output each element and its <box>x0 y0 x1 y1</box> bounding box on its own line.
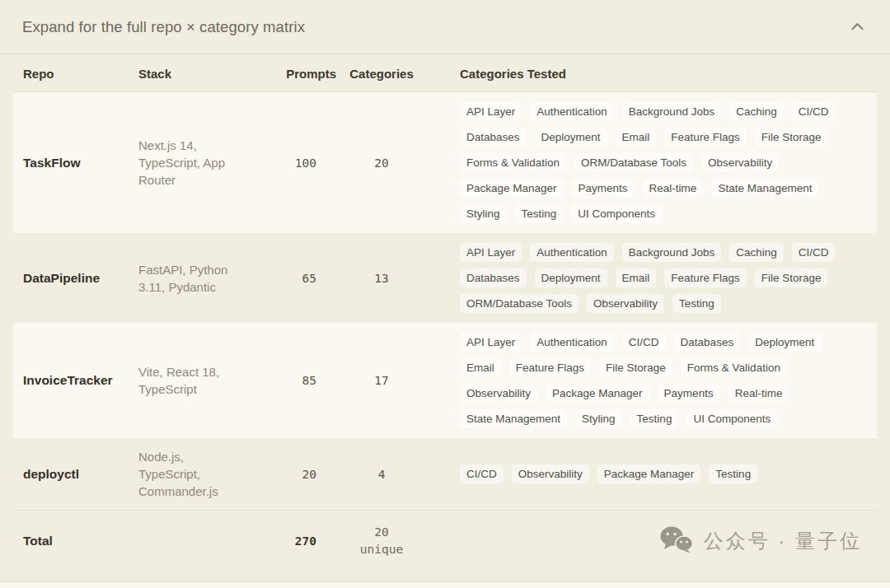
category-chip: Package Manager <box>546 384 649 403</box>
category-chip: Testing <box>630 409 679 428</box>
category-chip: Email <box>616 268 657 287</box>
category-chip: Observability <box>701 153 779 172</box>
total-label: Total <box>13 511 138 572</box>
category-chip: Package Manager <box>460 179 564 198</box>
categories-count: 4 <box>336 438 427 511</box>
category-chip: ORM/Database Tools <box>574 153 693 172</box>
categories-count: 13 <box>336 233 427 323</box>
repo-stack: Node.js, TypeScript, Commander.js <box>138 438 270 511</box>
category-chip: Authentication <box>530 333 614 352</box>
wechat-icon <box>659 525 694 557</box>
category-chip: File Storage <box>599 358 672 377</box>
category-chip: Background Jobs <box>622 102 721 121</box>
total-row: Total 270 20 unique <box>13 511 877 572</box>
category-chip: CI/CD <box>792 243 836 262</box>
repo-matrix-panel: Expand for the full repo × category matr… <box>0 0 890 582</box>
repo-name: DataPipeline <box>13 233 138 323</box>
categories-tested-list: API LayerAuthenticationBackground JobsCa… <box>460 102 855 223</box>
category-chip: File Storage <box>755 128 828 147</box>
category-chip: Styling <box>575 409 622 428</box>
table-header-row: Repo Stack Prompts Categories Categories… <box>13 54 877 92</box>
prompts-count: 20 <box>270 438 336 511</box>
category-chip: State Management <box>711 179 818 198</box>
category-chip: Deployment <box>535 128 607 147</box>
category-chip: Forms & Validation <box>681 358 787 377</box>
category-chip: Caching <box>729 102 784 121</box>
column-header-stack: Stack <box>138 54 270 92</box>
prompts-count: 100 <box>270 92 336 234</box>
categories-tested-list: API LayerAuthenticationBackground JobsCa… <box>460 243 855 313</box>
watermark-text: 公众号 · 量子位 <box>704 528 862 554</box>
column-header-categories: Categories <box>336 54 427 92</box>
category-chip: Databases <box>674 333 741 352</box>
watermark: 公众号 · 量子位 <box>427 525 862 557</box>
categories-count: 17 <box>336 323 427 438</box>
category-chip: Payments <box>572 179 635 198</box>
category-chip: API Layer <box>460 243 522 262</box>
categories-count: 20 <box>336 92 427 234</box>
category-chip: Background Jobs <box>622 243 721 262</box>
category-chip: Real-time <box>728 384 789 403</box>
category-chip: Feature Flags <box>509 358 591 377</box>
category-chip: Deployment <box>748 333 821 352</box>
category-chip: Email <box>460 358 501 377</box>
category-chip: State Management <box>460 409 567 428</box>
category-chip: Authentication <box>530 102 614 121</box>
category-chip: Testing <box>672 294 721 313</box>
category-chip: Package Manager <box>597 464 701 483</box>
repo-stack: Vite, React 18, TypeScript <box>138 323 270 438</box>
category-chip: CI/CD <box>460 464 504 483</box>
category-chip: Deployment <box>535 268 607 287</box>
category-chip: Observability <box>512 464 589 483</box>
column-header-categories-tested: Categories Tested <box>427 54 877 92</box>
total-prompts: 270 <box>270 511 336 572</box>
categories-tested-list: CI/CDObservabilityPackage ManagerTesting <box>460 464 855 483</box>
chevron-up-icon[interactable] <box>846 16 869 38</box>
category-chip: ORM/Database Tools <box>460 294 578 313</box>
category-chip: Testing <box>515 204 564 223</box>
category-chip: Databases <box>460 128 527 147</box>
category-chip: Real-time <box>643 179 704 198</box>
category-chip: Caching <box>729 243 784 262</box>
category-chip: Testing <box>709 464 757 483</box>
category-chip: Feature Flags <box>664 268 746 287</box>
column-header-prompts: Prompts <box>270 54 336 92</box>
category-chip: Authentication <box>530 243 614 262</box>
category-chip: File Storage <box>755 268 828 287</box>
category-chip: API Layer <box>460 102 522 121</box>
table-row: deployctl Node.js, TypeScript, Commander… <box>13 438 877 511</box>
matrix-table-container: Repo Stack Prompts Categories Categories… <box>0 54 890 581</box>
category-chip: Databases <box>460 268 527 287</box>
total-categories: 20 unique <box>354 524 409 558</box>
prompts-count: 65 <box>270 233 336 323</box>
prompts-count: 85 <box>270 323 336 438</box>
table-row: InvoiceTracker Vite, React 18, TypeScrip… <box>13 323 877 438</box>
category-chip: Observability <box>460 384 537 403</box>
accordion-header[interactable]: Expand for the full repo × category matr… <box>0 0 890 54</box>
category-chip: Feature Flags <box>664 128 746 147</box>
repo-stack: Next.js 14, TypeScript, App Router <box>138 92 270 234</box>
category-chip: Email <box>616 128 657 147</box>
category-chip: Forms & Validation <box>460 153 566 172</box>
category-chip: CI/CD <box>792 102 836 121</box>
repo-name: TaskFlow <box>13 92 138 234</box>
table-row: TaskFlow Next.js 14, TypeScript, App Rou… <box>13 92 877 234</box>
table-row: DataPipeline FastAPI, Python 3.11, Pydan… <box>13 233 877 323</box>
category-chip: Styling <box>460 204 507 223</box>
category-chip: CI/CD <box>622 333 666 352</box>
category-chip: Observability <box>587 294 664 313</box>
category-chip: Payments <box>658 384 720 403</box>
category-chip: UI Components <box>686 409 777 428</box>
categories-tested-list: API LayerAuthenticationCI/CDDatabasesDep… <box>460 333 855 428</box>
repo-category-matrix-table: Repo Stack Prompts Categories Categories… <box>13 54 877 572</box>
accordion-title: Expand for the full repo × category matr… <box>22 18 305 36</box>
category-chip: API Layer <box>460 333 522 352</box>
column-header-repo: Repo <box>13 54 138 92</box>
category-chip: UI Components <box>571 204 662 223</box>
repo-name: InvoiceTracker <box>13 323 138 438</box>
repo-stack: FastAPI, Python 3.11, Pydantic <box>138 233 270 323</box>
repo-name: deployctl <box>13 438 138 511</box>
